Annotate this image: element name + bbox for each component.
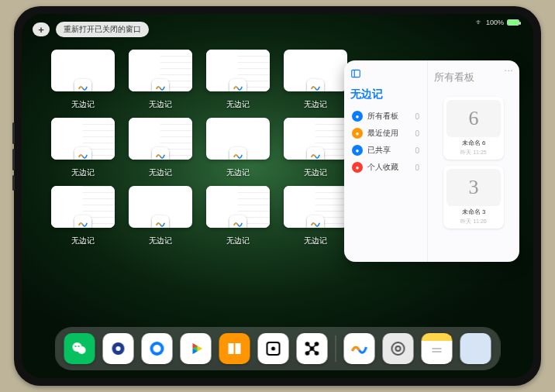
reopen-closed-window-button[interactable]: 重新打开已关闭的窗口 <box>56 22 149 37</box>
dock-play[interactable] <box>181 333 212 364</box>
svg-marker-13 <box>198 346 202 352</box>
window-thumb[interactable]: 无边记 <box>284 186 347 246</box>
window-label: 无边记 <box>149 167 172 178</box>
nav-icon: ● <box>352 111 363 122</box>
sidebar-item[interactable]: ●最近使用0 <box>350 125 421 142</box>
dock-notes[interactable] <box>422 333 453 364</box>
dock-wechat[interactable] <box>64 333 95 364</box>
window-thumb[interactable]: 无边记 <box>51 186 115 246</box>
nav-label: 所有看板 <box>367 111 398 122</box>
wifi-icon: ᯤ <box>476 19 483 26</box>
nav-count: 0 <box>415 163 419 172</box>
dock-app-1[interactable] <box>258 333 289 364</box>
window-preview[interactable] <box>129 186 192 228</box>
nav-label: 已共享 <box>367 145 391 156</box>
window-label: 无边记 <box>149 99 172 110</box>
topbar: + 重新打开已关闭的窗口 <box>33 22 149 37</box>
dock-books[interactable] <box>219 333 250 364</box>
freeform-app-icon <box>74 215 91 228</box>
window-thumb[interactable]: 无边记 <box>284 118 347 178</box>
board-preview: 6 <box>446 100 501 137</box>
svg-point-7 <box>116 346 121 351</box>
svg-point-5 <box>78 346 80 347</box>
window-preview[interactable] <box>206 118 270 160</box>
power-button[interactable] <box>12 175 15 191</box>
window-thumb[interactable]: 无边记 <box>129 118 192 178</box>
window-label: 无边记 <box>71 236 95 246</box>
window-preview[interactable] <box>51 50 115 91</box>
nav-icon: ● <box>352 128 363 139</box>
window-thumb[interactable]: 无边记 <box>129 50 192 110</box>
dock-app-library[interactable] <box>460 333 491 364</box>
svg-line-24 <box>312 349 317 353</box>
board-title: 未命名 3 <box>462 208 486 216</box>
svg-point-3 <box>78 346 86 354</box>
freeform-app-icon <box>74 79 91 91</box>
window-label: 无边记 <box>71 167 95 178</box>
svg-point-25 <box>392 342 405 355</box>
freeform-app-icon <box>229 147 246 160</box>
more-icon[interactable]: ··· <box>504 64 513 76</box>
window-label: 无边记 <box>71 99 95 110</box>
dock-separator <box>336 335 336 362</box>
window-preview[interactable] <box>129 118 192 160</box>
freeform-app-icon <box>307 147 324 160</box>
window-preview[interactable] <box>206 186 270 228</box>
window-preview[interactable] <box>284 186 347 228</box>
window-thumb[interactable]: 无边记 <box>206 50 270 110</box>
status-bar: ᯤ 100% <box>476 19 519 26</box>
dock-browser[interactable] <box>142 333 173 364</box>
freeform-app-icon <box>74 147 91 160</box>
board-subtitle: 昨天 11:20 <box>460 218 486 225</box>
ipad-device: ᯤ 100% + 重新打开已关闭的窗口 无边记 无边记 无边记 无边记 <box>14 6 541 386</box>
freeform-app-icon <box>229 79 246 91</box>
popover-section-title: 所有看板 <box>434 71 474 84</box>
freeform-app-icon <box>307 215 324 228</box>
board-card[interactable]: 6 未命名 6 昨天 11:25 <box>443 97 504 160</box>
window-preview[interactable] <box>206 50 270 91</box>
window-label: 无边记 <box>304 236 327 246</box>
popover-sidebar: 无边记 ●所有看板0●最近使用0●已共享0●个人收藏0 <box>344 60 428 262</box>
window-thumb[interactable]: 无边记 <box>206 186 270 246</box>
board-card[interactable]: 3 未命名 3 昨天 11:20 <box>443 166 504 229</box>
nav-label: 最近使用 <box>367 128 398 139</box>
freeform-app-icon <box>229 215 246 228</box>
battery-icon <box>507 19 519 26</box>
window-label: 无边记 <box>304 167 327 178</box>
sidebar-item[interactable]: ●已共享0 <box>350 142 421 159</box>
nav-count: 0 <box>415 112 419 121</box>
sidebar-item[interactable]: ●个人收藏0 <box>350 159 421 176</box>
svg-point-4 <box>75 346 77 347</box>
board-title: 未命名 6 <box>462 139 486 147</box>
svg-point-26 <box>396 346 401 351</box>
freeform-app-icon <box>307 79 324 91</box>
freeform-app-icon <box>152 147 169 160</box>
battery-text: 100% <box>486 19 504 26</box>
svg-rect-0 <box>352 70 360 77</box>
window-label: 无边记 <box>304 99 327 110</box>
window-preview[interactable] <box>284 50 347 91</box>
svg-point-9 <box>153 345 161 352</box>
window-label: 无边记 <box>226 167 250 178</box>
new-window-button[interactable]: + <box>33 22 50 36</box>
window-preview[interactable] <box>129 50 192 91</box>
freeform-app-icon <box>152 215 169 228</box>
volume-up-button[interactable] <box>12 122 15 144</box>
sidebar-item[interactable]: ●所有看板0 <box>350 108 421 125</box>
window-thumb[interactable]: 无边记 <box>284 50 347 110</box>
dock-qq[interactable] <box>103 333 134 364</box>
dock-settings[interactable] <box>383 333 414 364</box>
svg-line-23 <box>308 349 312 353</box>
window-preview[interactable] <box>51 118 115 160</box>
dock-freeform[interactable] <box>344 333 375 364</box>
window-preview[interactable] <box>51 186 115 228</box>
window-thumb[interactable]: 无边记 <box>129 186 192 246</box>
window-thumb[interactable]: 无边记 <box>206 118 270 178</box>
freeform-popover: 无边记 ●所有看板0●最近使用0●已共享0●个人收藏0 ··· 所有看板 6 未… <box>344 60 519 262</box>
window-label: 无边记 <box>226 236 250 246</box>
window-preview[interactable] <box>284 118 347 160</box>
window-thumb[interactable]: 无边记 <box>51 118 115 178</box>
window-thumb[interactable]: 无边记 <box>51 50 115 110</box>
volume-down-button[interactable] <box>12 149 15 170</box>
dock-app-2[interactable] <box>297 333 328 364</box>
